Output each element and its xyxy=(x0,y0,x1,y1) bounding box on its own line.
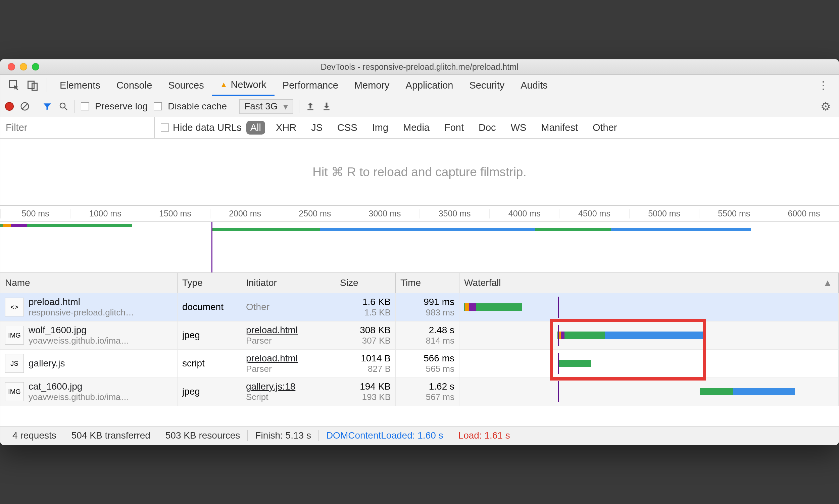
waterfall-bar[interactable] xyxy=(464,353,834,374)
overview-timeline[interactable]: 500 ms1000 ms1500 ms2000 ms2500 ms3000 m… xyxy=(0,206,839,273)
svg-rect-8 xyxy=(323,109,329,110)
hide-data-urls-checkbox[interactable] xyxy=(161,124,169,131)
initiator-link[interactable]: preload.html xyxy=(246,325,330,336)
initiator-link[interactable]: gallery.js:18 xyxy=(246,381,330,392)
filter-type-ws[interactable]: WS xyxy=(507,121,531,134)
tab-audits[interactable]: Audits xyxy=(513,74,556,96)
filter-type-other[interactable]: Other xyxy=(589,121,621,134)
filter-type-css[interactable]: CSS xyxy=(333,121,361,134)
filter-input[interactable] xyxy=(0,117,155,138)
throttle-select[interactable]: Fast 3G▾ xyxy=(239,99,293,114)
col-initiator[interactable]: Initiator xyxy=(241,273,335,293)
status-bar: 4 requests 504 KB transferred 503 KB res… xyxy=(0,426,839,445)
request-count: 4 requests xyxy=(5,430,64,441)
filter-type-manifest[interactable]: Manifest xyxy=(537,121,582,134)
col-name[interactable]: Name xyxy=(0,273,178,293)
preserve-log-checkbox[interactable] xyxy=(81,102,89,110)
request-name: cat_1600.jpg xyxy=(29,381,129,392)
finish-time: Finish: 5.13 s xyxy=(248,430,319,441)
svg-rect-1 xyxy=(28,81,34,89)
table-row[interactable]: IMGwolf_1600.jpgyoavweiss.github.io/ima…… xyxy=(0,322,839,350)
network-toolbar: Preserve log Disable cache Fast 3G▾ ⚙ xyxy=(0,96,839,117)
filter-type-all[interactable]: All xyxy=(246,121,265,134)
zoom-window-button[interactable] xyxy=(32,63,39,70)
disable-cache-label: Disable cache xyxy=(168,101,227,112)
dcl-time: DOMContentLoaded: 1.60 s xyxy=(319,430,451,441)
filmstrip-hint: Hit ⌘ R to reload and capture filmstrip. xyxy=(0,139,839,206)
file-type-icon: IMG xyxy=(5,326,24,345)
file-type-icon: JS xyxy=(5,354,24,373)
initiator-link[interactable]: preload.html xyxy=(246,353,330,364)
request-name: gallery.js xyxy=(29,358,65,369)
more-menu-icon[interactable]: ⋮ xyxy=(812,79,835,92)
clear-icon[interactable] xyxy=(20,101,30,111)
svg-line-4 xyxy=(22,103,28,109)
window-controls xyxy=(0,63,39,70)
warning-icon: ▲ xyxy=(220,80,228,89)
devtools-window: DevTools - responsive-preload.glitch.me/… xyxy=(0,59,839,445)
settings-icon[interactable]: ⚙ xyxy=(821,100,834,113)
timeline-cursor[interactable] xyxy=(211,222,212,272)
preserve-log-label: Preserve log xyxy=(95,101,148,112)
filter-type-doc[interactable]: Doc xyxy=(475,121,500,134)
svg-line-6 xyxy=(65,108,68,110)
filter-type-js[interactable]: JS xyxy=(307,121,326,134)
filter-bar: Hide data URLs AllXHRJSCSSImgMediaFontDo… xyxy=(0,117,839,139)
col-time[interactable]: Time xyxy=(396,273,460,293)
tab-console[interactable]: Console xyxy=(108,74,160,96)
upload-har-icon[interactable] xyxy=(305,101,316,111)
panel-tabs: ElementsConsoleSources▲NetworkPerformanc… xyxy=(0,75,839,96)
hide-data-urls-label: Hide data URLs xyxy=(173,122,242,133)
minimize-window-button[interactable] xyxy=(20,63,27,70)
tab-performance[interactable]: Performance xyxy=(274,74,346,96)
waterfall-bar[interactable] xyxy=(464,325,834,346)
filter-type-font[interactable]: Font xyxy=(440,121,468,134)
tab-network[interactable]: ▲Network xyxy=(212,74,274,96)
titlebar: DevTools - responsive-preload.glitch.me/… xyxy=(0,59,839,75)
col-type[interactable]: Type xyxy=(178,273,241,293)
waterfall-bar[interactable] xyxy=(464,296,834,318)
request-name: preload.html xyxy=(29,296,134,307)
tab-memory[interactable]: Memory xyxy=(346,74,398,96)
filter-icon[interactable] xyxy=(42,101,52,111)
download-har-icon[interactable] xyxy=(322,101,332,111)
sort-asc-icon: ▲ xyxy=(823,277,832,288)
table-row[interactable]: JSgallery.jsscriptpreload.htmlParser1014… xyxy=(0,350,839,378)
inspect-icon[interactable] xyxy=(8,79,20,91)
waterfall-bar[interactable] xyxy=(464,381,834,402)
network-table-header: Name Type Initiator Size Time Waterfall▲ xyxy=(0,273,839,293)
file-type-icon: <> xyxy=(5,298,24,317)
transferred-size: 504 KB transferred xyxy=(64,430,158,441)
filter-type-media[interactable]: Media xyxy=(399,121,433,134)
filter-type-img[interactable]: Img xyxy=(368,121,392,134)
col-size[interactable]: Size xyxy=(335,273,396,293)
disable-cache-checkbox[interactable] xyxy=(154,102,162,110)
load-time: Load: 1.61 s xyxy=(451,430,517,441)
file-type-icon: IMG xyxy=(5,382,24,401)
col-waterfall[interactable]: Waterfall▲ xyxy=(460,273,839,293)
tab-sources[interactable]: Sources xyxy=(160,74,212,96)
record-button[interactable] xyxy=(5,102,14,111)
tab-elements[interactable]: Elements xyxy=(52,74,108,96)
search-icon[interactable] xyxy=(58,101,69,111)
network-table-body: <>preload.htmlresponsive-preload.glitch…… xyxy=(0,293,839,406)
svg-rect-7 xyxy=(307,109,314,110)
table-row[interactable]: IMGcat_1600.jpgyoavweiss.github.io/ima…j… xyxy=(0,378,839,406)
filter-type-xhr[interactable]: XHR xyxy=(272,121,300,134)
request-name: wolf_1600.jpg xyxy=(29,325,129,336)
tab-security[interactable]: Security xyxy=(461,74,513,96)
tab-application[interactable]: Application xyxy=(398,74,461,96)
table-row[interactable]: <>preload.htmlresponsive-preload.glitch…… xyxy=(0,293,839,322)
resource-size: 503 KB resources xyxy=(158,430,248,441)
close-window-button[interactable] xyxy=(8,63,15,70)
svg-point-5 xyxy=(60,103,65,108)
device-toggle-icon[interactable] xyxy=(26,79,39,91)
window-title: DevTools - responsive-preload.glitch.me/… xyxy=(0,62,839,72)
